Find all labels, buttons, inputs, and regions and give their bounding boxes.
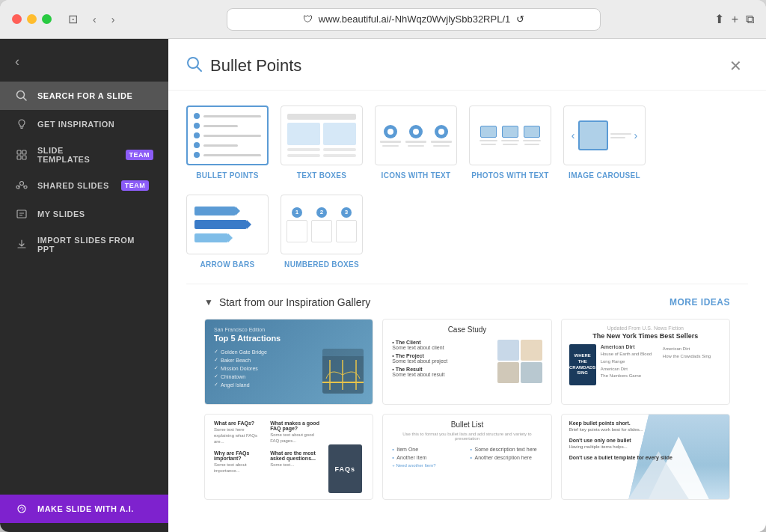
svg-rect-4 [17,150,21,154]
url-text: www.beautiful.ai/-NhWqz0WvjlySbb32RPL/1 [319,13,511,25]
sidebar-item-inspiration[interactable]: Get Inspiration [0,110,168,138]
faq-col-right: What makes a good FAQ page? Some text ab… [270,421,320,493]
template-card-numbered-boxes[interactable]: 1 2 3 [281,195,363,269]
inspiration-header: ▼ Start from our Inspiration Gallery MOR… [204,296,730,308]
search-icon [15,89,28,103]
minimize-window-button[interactable] [27,14,37,24]
nyt-columns: American Dirt House of Earth and Blood L… [601,344,722,385]
icons-with-text-thumbnail [375,106,457,165]
more-ideas-link[interactable]: MORE IDEAS [670,297,730,308]
nyt-title: The New York Times Best Sellers [569,332,722,340]
address-bar[interactable]: 🛡 www.beautiful.ai/-NhWqz0WvjlySbb32RPL/… [227,8,601,31]
fullscreen-window-button[interactable] [42,14,52,24]
numbered-boxes-thumbnail: 1 2 3 [281,195,363,254]
text-boxes-thumbnail [281,106,363,165]
template-card-bullet-points[interactable]: Bullet Points [186,106,269,180]
svg-rect-11 [17,210,26,218]
sf-subtitle: San Francisco Edition [214,327,364,332]
bullet-points-thumbnail [186,106,269,165]
gallery-card-sf-attractions[interactable]: San Francisco Edition Top 5 Attractions … [204,319,373,405]
search-icon-large [186,56,203,76]
carousel-left-arrow-icon: ‹ [572,129,575,141]
template-card-arrow-bars[interactable]: Arrow Bars [186,195,269,269]
new-tab-button[interactable]: + [732,12,738,26]
sidebar-import-label: Import Slides from PPT [37,236,153,254]
gallery-card-nyt[interactable]: Updated From U.S. News Fiction The New Y… [561,319,730,405]
sidebar-myslides-label: My Slides [37,210,85,218]
photos-with-text-thumbnail [469,106,551,165]
sf-image-area [322,349,364,394]
sidebar-back-button[interactable]: ‹ [0,48,168,76]
sidebar: ‹ Search for a Slide [0,39,168,532]
sidebar-item-shared[interactable]: Shared Slides TEAM [0,171,168,200]
templates-badge: TEAM [126,150,154,160]
gallery-card-mountain[interactable]: Keep bullet points short. Brief key poin… [561,414,730,500]
shared-badge: TEAM [121,180,150,191]
windows-button[interactable]: ⧉ [746,12,754,26]
faq-image: FAQs [328,444,362,493]
ai-label: Make Slide with A.I. [37,504,134,513]
browser-chrome: ⊡ ‹ › 🛡 www.beautiful.ai/-NhWqz0WvjlySbb… [0,0,766,39]
sidebar-item-templates[interactable]: Slide Templates TEAM [0,138,168,171]
templates-section: Bullet Points [168,91,766,532]
sidebar-item-import[interactable]: Import Slides from PPT [0,228,168,261]
sf-list: ✓ Golden Gate Bridge ✓ Baker Beach ✓ Mis… [214,349,316,394]
collapse-arrow-icon[interactable]: ▼ [204,297,213,308]
mt-tip3: Don't use a bullet template for every sl… [569,455,722,460]
text-boxes-label: Text Boxes [297,171,346,180]
lightbulb-icon [15,117,28,131]
nyt-body: WHERETHECRAWDADSSING American Dirt House… [569,344,722,385]
bullet-points-label: Bullet Points [196,171,258,180]
gallery-card-bullet-list[interactable]: Bullet List Use this to format you bulle… [382,414,551,500]
template-card-photos-with-text[interactable]: Photos With Text [469,106,551,180]
template-card-image-carousel[interactable]: ‹ › Image C [563,106,646,180]
icons-with-text-label: Icons With Text [382,171,451,180]
cs-photos [497,340,542,383]
forward-button[interactable]: › [107,10,120,28]
mt-content: Keep bullet points short. Brief key poin… [562,415,729,499]
arrow-bars-label: Arrow Bars [200,260,255,269]
gallery-card-case-study[interactable]: Case Study • The ClientSome text about c… [382,319,551,405]
sidebar-item-ai[interactable]: Make Slide with A.I. [0,495,168,523]
inspiration-title-row: ▼ Start from our Inspiration Gallery [204,296,370,308]
share-button[interactable]: ⬆ [714,12,724,26]
shield-icon: 🛡 [303,13,313,25]
sidebar-toggle-button[interactable]: ⊡ [64,9,82,29]
faq-image-area: FAQs [326,421,364,493]
template-card-icons-with-text[interactable]: Icons With Text [375,106,457,180]
sidebar-item-search[interactable]: Search for a Slide [0,82,168,110]
browser-right-buttons: ⬆ + ⧉ [714,12,754,26]
faq-col-left: What are FAQs? Some text here explaining… [214,421,264,493]
inspiration-section: ▼ Start from our Inspiration Gallery MOR… [186,284,748,512]
bl-title: Bullet List [392,421,542,429]
template-card-text-boxes[interactable]: Text Boxes [281,106,363,180]
back-button[interactable]: ‹ [88,10,101,28]
page-title: Bullet Points [210,56,723,76]
traffic-lights [12,14,52,24]
app-layout: ‹ Search for a Slide [0,39,766,532]
search-header: Bullet Points ✕ [168,39,766,91]
svg-rect-5 [22,150,26,154]
close-window-button[interactable] [12,14,22,24]
svg-rect-7 [22,156,26,159]
sidebar-item-myslides[interactable]: My Slides [0,200,168,228]
refresh-icon: ↺ [516,13,524,25]
svg-point-14 [18,505,25,513]
numbered-boxes-label: Numbered Boxes [284,260,359,269]
main-content: Bullet Points ✕ [168,39,766,532]
myslides-icon [15,207,28,221]
svg-line-1 [24,98,27,101]
mt-tip2: Don't use only one bullet [569,438,722,443]
sidebar-inspiration-label: Get Inspiration [37,120,114,129]
faq-body: What are FAQs? Some text here explaining… [214,421,364,493]
close-button[interactable]: ✕ [723,54,748,78]
arrow-bars-thumbnail [186,195,269,254]
templates-icon [15,148,28,162]
cs-list: • The ClientSome text about client • The… [392,340,491,383]
svg-line-16 [197,67,202,71]
sidebar-templates-label: Slide Templates [37,146,114,164]
gallery-card-faq[interactable]: What are FAQs? Some text here explaining… [204,414,373,500]
nyt-header: Updated From U.S. News Fiction [569,325,722,331]
bl-col-left: Item One Another Item + Need another Ite… [392,447,464,468]
sf-title: Top 5 Attractions [214,334,364,343]
